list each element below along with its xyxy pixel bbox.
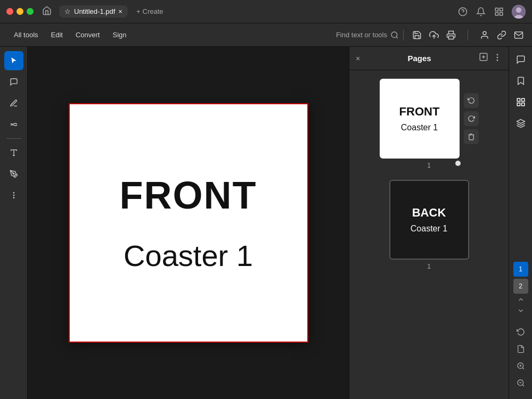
rotate-cw-button[interactable]	[464, 93, 479, 108]
menu-sign[interactable]: Sign	[107, 29, 132, 41]
panel-header: × Pages	[349, 47, 509, 70]
pages-icon[interactable]	[512, 94, 529, 111]
more-icon	[10, 191, 18, 200]
close-button[interactable]	[6, 8, 13, 15]
divider-1	[403, 30, 404, 40]
notification-icon[interactable]	[476, 6, 486, 17]
page-2-number: 1	[427, 263, 431, 270]
thumb-1-actions	[464, 93, 479, 144]
search-area[interactable]: Find text or tools	[336, 31, 399, 39]
divider-2	[468, 30, 468, 40]
page-1-container: FRONT Coaster 1	[354, 79, 504, 169]
page-coaster-label: Coaster 1	[124, 238, 253, 273]
svg-rect-2	[495, 8, 498, 11]
panel-more-button[interactable]	[493, 53, 502, 64]
main-layout: FRONT Coaster 1 × Pages	[0, 47, 532, 399]
left-sidebar	[0, 47, 28, 399]
pages-list: FRONT Coaster 1	[349, 70, 509, 399]
menubar-right-icons	[412, 30, 523, 40]
svg-rect-27	[521, 98, 524, 101]
right-side-icons: 1 2	[509, 47, 532, 399]
draw-tool-button[interactable]	[4, 94, 23, 113]
svg-point-23	[497, 54, 498, 55]
page-2-container: BACK Coaster 1 1	[354, 180, 504, 270]
svg-line-36	[522, 385, 524, 386]
cursor-icon	[10, 56, 18, 65]
home-icon[interactable]	[42, 6, 52, 18]
page-1-thumbnail[interactable]: FRONT Coaster 1	[380, 79, 460, 159]
bookmark-icon[interactable]	[512, 72, 529, 89]
pages-panel: × Pages	[349, 47, 509, 399]
comment-tool-button[interactable]	[4, 72, 23, 92]
create-plus-icon: +	[136, 7, 141, 15]
delete-page-1-button[interactable]	[464, 129, 479, 144]
page-1-number: 1	[427, 162, 431, 169]
save-icon[interactable]	[412, 30, 422, 40]
thumb-front-label: FRONT	[399, 105, 440, 119]
fit-page-icon[interactable]	[513, 342, 528, 356]
tab-untitled[interactable]: ☆ Untitled-1.pdf ×	[59, 5, 128, 18]
avatar[interactable]	[512, 5, 526, 19]
panel-close-button[interactable]: ×	[356, 54, 360, 63]
maximize-button[interactable]	[27, 8, 34, 15]
svg-point-17	[13, 193, 14, 193]
print-icon[interactable]	[446, 30, 456, 40]
link-icon[interactable]	[497, 30, 506, 40]
svg-point-25	[497, 60, 498, 61]
thumb-dot	[455, 161, 461, 166]
svg-line-10	[396, 37, 398, 38]
svg-point-24	[497, 57, 498, 58]
nav-up-arrow[interactable]	[517, 296, 525, 305]
svg-rect-4	[500, 12, 503, 15]
chat-icon[interactable]	[512, 51, 529, 68]
zoom-in-icon[interactable]	[513, 359, 528, 373]
titlebar: ☆ Untitled-1.pdf × + Create	[0, 0, 532, 23]
menu-convert[interactable]: Convert	[70, 29, 105, 41]
more-tools-button[interactable]	[4, 186, 23, 205]
markup-tool-button[interactable]	[4, 115, 23, 134]
zoom-out-icon[interactable]	[513, 376, 528, 390]
tab-close-icon[interactable]: ×	[118, 7, 122, 15]
tab-star-icon: ☆	[64, 7, 71, 15]
refresh-icon[interactable]	[513, 325, 528, 339]
menu-all-tools[interactable]: All tools	[9, 29, 44, 41]
minimize-button[interactable]	[17, 8, 23, 15]
apps-icon[interactable]	[494, 6, 504, 17]
canvas-area: FRONT Coaster 1	[28, 47, 349, 399]
pen-icon	[10, 170, 18, 178]
thumb-coaster-2-label: Coaster 1	[411, 224, 447, 234]
menu-items: All tools Edit Convert Sign	[9, 29, 132, 41]
titlebar-right	[457, 5, 526, 19]
svg-point-9	[391, 32, 397, 38]
page-nav-2[interactable]: 2	[513, 279, 528, 294]
pencil-icon	[10, 99, 18, 107]
svg-rect-26	[517, 98, 520, 101]
menu-edit[interactable]: Edit	[46, 29, 68, 41]
text-tool-button[interactable]	[4, 143, 23, 162]
text-icon	[10, 148, 18, 157]
thumb-coaster-1-label: Coaster 1	[401, 123, 438, 132]
nav-down-arrow[interactable]	[517, 307, 525, 316]
svg-marker-30	[517, 120, 525, 124]
svg-line-32	[522, 368, 524, 369]
upload-icon[interactable]	[429, 30, 439, 40]
mail-icon[interactable]	[514, 30, 523, 40]
page-2-thumbnail[interactable]: BACK Coaster 1	[389, 180, 469, 260]
help-icon[interactable]	[457, 6, 468, 17]
svg-rect-3	[500, 8, 503, 11]
search-icon	[390, 31, 399, 39]
tab-title: Untitled-1.pdf	[74, 7, 115, 15]
select-tool-button[interactable]	[4, 51, 23, 70]
search-text: Find text or tools	[336, 31, 387, 39]
svg-point-16	[13, 173, 14, 174]
user-icon[interactable]	[480, 30, 489, 40]
panel-add-button[interactable]	[479, 52, 488, 64]
svg-rect-29	[517, 103, 520, 106]
page-nav-1[interactable]: 1	[513, 262, 528, 277]
rotate-ccw-button[interactable]	[464, 111, 479, 126]
svg-point-19	[13, 197, 14, 198]
create-button[interactable]: + Create	[132, 5, 168, 18]
sign-tool-button[interactable]	[4, 164, 23, 184]
layers-icon[interactable]	[512, 115, 529, 132]
svg-point-7	[516, 7, 521, 13]
